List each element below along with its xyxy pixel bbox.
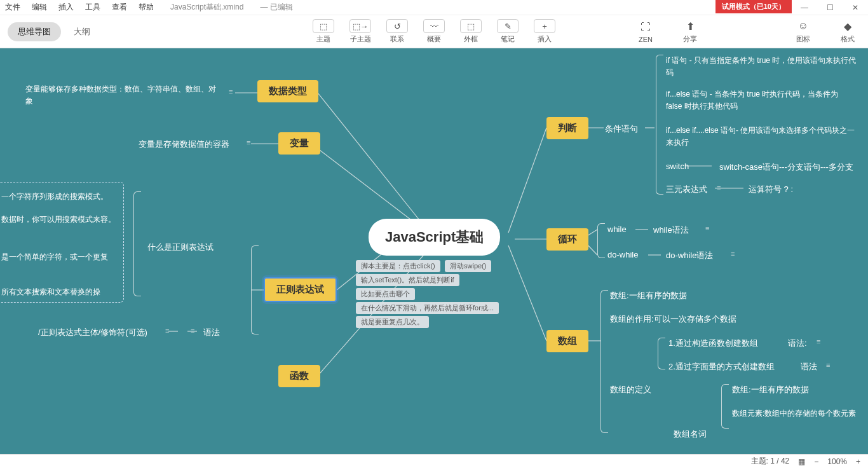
text-ifelseif[interactable]: if...else if....else 语句- 使用该语句来选择多个代码块之一… xyxy=(666,125,857,149)
text-regex-what[interactable]: 什么是正则表达试 xyxy=(147,242,214,253)
node-function[interactable]: 函数 xyxy=(278,365,320,387)
note-icon-c1[interactable]: ≡ xyxy=(817,338,820,345)
zoom-level[interactable]: 100% xyxy=(827,457,847,466)
text-arrn[interactable]: 数组名词 xyxy=(674,429,707,440)
text-arrc1[interactable]: 1.通过构造函数创建数组 xyxy=(668,338,758,349)
menu-help[interactable]: 帮助 xyxy=(139,2,154,13)
note-icon: ✎ xyxy=(497,19,519,33)
tag-click[interactable]: 脚本主要是：点击click() xyxy=(356,260,440,272)
tag-repeat[interactable]: 就是要重复点几次。 xyxy=(356,316,429,328)
text-arrc2b[interactable]: 语法 xyxy=(801,361,817,373)
text-ternary[interactable]: 三元表达式 xyxy=(666,184,707,195)
tool-share[interactable]: ⬆分享 xyxy=(677,19,703,44)
maximize-button[interactable]: ☐ xyxy=(817,0,843,15)
tool-boundary[interactable]: ⬚外框 xyxy=(455,19,487,44)
tag-loop[interactable]: 在什么情况下滑动，再然后就是循环for或... xyxy=(356,302,499,314)
view-tabs: 思维导图 大纲 xyxy=(8,22,100,41)
text-dowhile2[interactable]: do-while语法 xyxy=(666,250,713,261)
tool-format[interactable]: ◆格式 xyxy=(835,19,860,44)
menu-tools[interactable]: 工具 xyxy=(85,2,100,13)
note-icon-dowhile[interactable]: ≡ xyxy=(731,250,735,258)
node-array[interactable]: 数组 xyxy=(546,330,588,352)
tool-insert[interactable]: +插入 xyxy=(529,19,560,44)
note-icon-pattern[interactable]: ≡ xyxy=(165,327,169,334)
text-arr2[interactable]: 数组的作用:可以一次存储多个数据 xyxy=(610,313,736,325)
box-line-2[interactable]: 数据时，你可以用搜索模式来容。 xyxy=(1,214,119,226)
bracket-loop xyxy=(597,223,605,258)
tag-which[interactable]: 比如要点击哪个 xyxy=(356,288,415,300)
root-node[interactable]: JavaScript基础 xyxy=(369,219,500,256)
text-while2[interactable]: while语法 xyxy=(653,224,689,236)
tool-subtopic[interactable]: ⬚→子主题 xyxy=(344,19,376,44)
subtopic-icon: ⬚→ xyxy=(349,19,371,33)
minimize-button[interactable]: — xyxy=(792,0,817,15)
relation-icon: ↺ xyxy=(386,19,408,33)
node-loop[interactable]: 循环 xyxy=(546,228,588,251)
bracket-arrn xyxy=(721,384,729,429)
box-line-4[interactable]: 所有文本搜索和文本替换的操 xyxy=(1,287,100,298)
bracket-regex xyxy=(251,245,259,334)
text-arrn2[interactable]: 数组元素:数组中的存储的每个数元素 xyxy=(732,408,859,420)
tool-note[interactable]: ✎笔记 xyxy=(492,19,524,44)
trial-badge[interactable]: 试用模式（已10天） xyxy=(715,0,792,13)
tag-settext[interactable]: 输入setText()。然后就是判断if xyxy=(356,274,459,286)
text-dowhile[interactable]: do-while xyxy=(607,250,638,259)
tool-zen[interactable]: ⛶ZEN xyxy=(633,20,658,43)
note-icon-2[interactable]: ≡ xyxy=(247,139,250,146)
text-ifelse[interactable]: if...else 语句 - 当条件为 true 时执行代码，当条件为 fals… xyxy=(666,88,857,113)
topic-icon: ⬚ xyxy=(313,19,334,33)
text-regex-syntax[interactable]: 语法 xyxy=(203,327,220,338)
text-while[interactable]: while xyxy=(607,224,627,234)
note-icon-1[interactable]: ≡ xyxy=(229,88,233,95)
text-if[interactable]: if 语句 - 只有当指定条件为 true 时，使用该语句来执行代码 xyxy=(666,55,857,79)
zoom-in-button[interactable]: + xyxy=(856,457,860,466)
text-var-types[interactable]: 变量能够保存多种数据类型：数值、字符串值、数组、对象 xyxy=(25,83,222,107)
text-arr1[interactable]: 数组:一组有序的数据 xyxy=(610,290,687,301)
menu-insert[interactable]: 插入 xyxy=(58,2,74,13)
note-icon-c2[interactable]: ≡ xyxy=(826,361,830,369)
text-switch[interactable]: switch xyxy=(666,162,689,171)
note-icon-ternary[interactable]: ≡ xyxy=(717,184,721,191)
toolbar: 思维导图 大纲 ⬚主题 ⬚→子主题 ↺联系 〰概要 ⬚外框 ✎笔记 +插入 ⛶Z… xyxy=(0,15,868,48)
tool-topic[interactable]: ⬚主题 xyxy=(308,19,339,44)
text-var-container[interactable]: 变量是存储数据值的容器 xyxy=(139,139,229,150)
zen-icon: ⛶ xyxy=(635,20,656,34)
bracket-arrdef xyxy=(658,338,665,369)
tool-icon[interactable]: ☺图标 xyxy=(790,19,816,44)
text-regex-pattern[interactable]: /正则表达式主体/修饰符(可选) xyxy=(38,327,147,338)
text-arrc2[interactable]: 2.通过字面量的方式创建数组 xyxy=(668,361,775,373)
boundary-icon: ⬚ xyxy=(460,19,482,33)
text-arrdef[interactable]: 数组的定义 xyxy=(610,384,651,396)
insert-icon: + xyxy=(534,19,555,33)
map-icon[interactable]: ▦ xyxy=(798,457,805,466)
mindmap-canvas[interactable]: JavaScript基础 脚本主要是：点击click() 滑动swipe() 输… xyxy=(0,48,868,454)
text-arrc1b[interactable]: 语法: xyxy=(788,338,807,349)
tag-swipe[interactable]: 滑动swipe() xyxy=(445,260,491,272)
tool-relation[interactable]: ↺联系 xyxy=(381,19,413,44)
box-line-3[interactable]: 是一个简单的字符，或一个更复 xyxy=(1,252,108,263)
zoom-out-button[interactable]: − xyxy=(814,457,818,466)
right-tools-1: ⛶ZEN ⬆分享 xyxy=(633,19,703,44)
svg-line-6 xyxy=(508,245,546,341)
tab-outline[interactable]: 大纲 xyxy=(64,22,100,41)
menu-file[interactable]: 文件 xyxy=(5,2,20,13)
menu-edit[interactable]: 编辑 xyxy=(32,2,47,13)
node-regex[interactable]: 正则表达试 xyxy=(264,277,337,302)
menu-view[interactable]: 查看 xyxy=(112,2,127,13)
tab-mindmap[interactable]: 思维导图 xyxy=(8,22,61,41)
note-icon-while[interactable]: ≡ xyxy=(705,224,709,232)
node-judge[interactable]: 判断 xyxy=(546,117,588,139)
node-variable[interactable]: 变量 xyxy=(278,132,320,155)
close-button[interactable]: ✕ xyxy=(843,0,868,15)
tool-summary[interactable]: 〰概要 xyxy=(418,19,450,44)
text-arrn1[interactable]: 数组:一组有序的数据 xyxy=(732,384,809,396)
format-icon: ◆ xyxy=(837,19,858,33)
text-cond[interactable]: 条件语句 xyxy=(605,123,638,135)
box-line-1[interactable]: 一个字符序列形成的搜索模式。 xyxy=(1,191,108,202)
note-icon-syntax[interactable]: ≡ xyxy=(191,327,194,334)
document-title: JavaScript基础.xmind xyxy=(170,2,243,13)
summary-icon: 〰 xyxy=(423,19,445,33)
text-ternary2[interactable]: 运算符号 ? : xyxy=(749,184,793,195)
text-switch2[interactable]: switch-case语句---分支语句---多分支 xyxy=(719,162,853,173)
node-datatype[interactable]: 数据类型 xyxy=(257,80,318,102)
